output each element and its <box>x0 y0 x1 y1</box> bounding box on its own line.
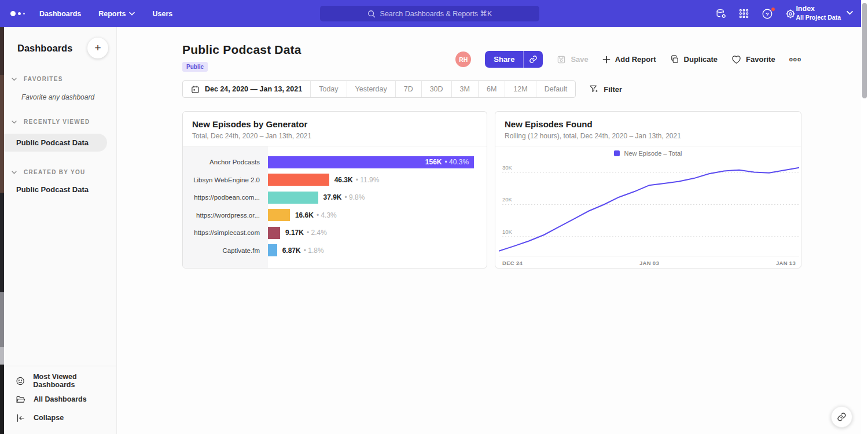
date-preset-button[interactable]: Default <box>536 81 576 97</box>
sidebar-item-public-podcast-data-created[interactable]: Public Podcast Data <box>16 185 116 194</box>
filter-icon <box>589 84 598 94</box>
search-input[interactable]: Search Dashboards & Reports ⌘K <box>320 6 539 21</box>
share-button-group: Share <box>485 51 543 68</box>
sidebar-section-favorites[interactable]: FAVORITES <box>4 76 116 82</box>
bar-row: https://wordpress.or...16.6K• 4.3% <box>183 207 487 225</box>
more-actions-button[interactable]: ooo <box>789 56 801 62</box>
chevron-down-icon <box>129 12 135 16</box>
collapse-sidebar-button[interactable]: Collapse <box>4 409 116 427</box>
page-title: Public Podcast Data <box>182 43 301 57</box>
main-content: Public Podcast Data Public RH Share Save <box>117 27 861 434</box>
line-chart-plot: 10K20K30K <box>499 160 799 256</box>
most-viewed-dashboards-link[interactable]: Most Viewed Dashboards <box>4 372 116 390</box>
bar[interactable] <box>268 174 329 186</box>
y-tick-label: 10K <box>502 229 513 235</box>
line-series[interactable] <box>499 168 799 251</box>
date-range-bar: Dec 24, 2020 — Jan 13, 2021 TodayYesterd… <box>182 80 576 98</box>
bar-value-label: 46.3K• 11.9% <box>334 174 380 186</box>
share-link-button[interactable] <box>523 51 543 68</box>
x-tick-label: DEC 24 <box>502 260 523 266</box>
project-name: Index <box>796 5 841 14</box>
line-chart-card: New Episodes Found Rolling (12 hours), t… <box>495 111 801 269</box>
favorite-button[interactable]: Favorite <box>731 55 775 64</box>
line-chart-svg: 10K20K30K <box>499 160 799 256</box>
line-chart-title: New Episodes Found <box>505 119 792 129</box>
help-icon[interactable]: ? <box>762 8 773 20</box>
duplicate-button[interactable]: Duplicate <box>670 55 718 64</box>
search-placeholder: Search Dashboards & Reports ⌘K <box>380 9 492 18</box>
date-preset-button[interactable]: 30D <box>422 81 452 97</box>
bar-value-label: 156K• 40.3% <box>425 156 469 168</box>
bar[interactable] <box>268 227 280 239</box>
share-button[interactable]: Share <box>485 51 523 68</box>
bar[interactable] <box>268 192 318 204</box>
scrollbar-track <box>861 0 868 434</box>
add-dashboard-button[interactable]: + <box>87 38 108 58</box>
svg-text:?: ? <box>766 10 769 17</box>
bar-category-label: https://simplecast.com <box>183 229 268 236</box>
duplicate-icon <box>670 55 679 64</box>
bar-track: 46.3K• 11.9% <box>268 174 487 186</box>
apps-grid-icon[interactable] <box>738 8 750 20</box>
date-preset-button[interactable]: 3M <box>452 81 479 97</box>
date-preset-button[interactable]: Yesterday <box>347 81 396 97</box>
smiley-icon <box>16 376 25 386</box>
plus-icon <box>602 56 610 64</box>
all-dashboards-link[interactable]: All Dashboards <box>4 390 116 409</box>
date-range-button[interactable]: Dec 24, 2020 — Jan 13, 2021 <box>183 81 311 97</box>
filter-button[interactable]: Filter <box>589 84 622 94</box>
bar-row: https://podbean.com...37.9K• 9.8% <box>183 189 487 207</box>
data-sources-icon[interactable] <box>715 8 727 20</box>
date-preset-button[interactable]: 12M <box>505 81 536 97</box>
sidebar-section-recently-viewed[interactable]: RECENTLY VIEWED <box>4 119 116 125</box>
bar-chart-title: New Episodes by Generator <box>192 119 477 129</box>
x-tick-label: JAN 03 <box>639 260 659 266</box>
bar[interactable] <box>268 244 277 256</box>
project-switcher[interactable]: Index All Project Data <box>796 5 853 21</box>
nav-users[interactable]: Users <box>152 10 172 18</box>
bar-value-label: 6.87K• 1.8% <box>282 244 324 256</box>
date-preset-button[interactable]: Today <box>311 81 347 97</box>
sidebar-item-public-podcast-data-recent[interactable]: Public Podcast Data <box>4 134 107 152</box>
bar[interactable] <box>268 209 290 221</box>
x-tick-label: JAN 13 <box>776 260 796 266</box>
line-chart-subtitle: Rolling (12 hours), total, Dec 24th, 202… <box>505 132 792 140</box>
bar-row: Captivate.fm6.87K• 1.8% <box>183 242 487 260</box>
avatar[interactable]: RH <box>455 52 471 67</box>
favorites-empty-note: Favorite any dashboard <box>21 93 116 101</box>
bar-chart-subtitle: Total, Dec 24th, 2020 – Jan 13th, 2021 <box>192 132 477 140</box>
calendar-icon <box>191 85 200 94</box>
chevron-down-icon <box>12 78 17 81</box>
search-icon <box>367 10 376 18</box>
add-report-button[interactable]: Add Report <box>602 55 656 64</box>
bar-row: Anchor Podcasts156K• 40.3% <box>183 153 487 171</box>
share-link-fab[interactable] <box>831 406 852 428</box>
date-preset-button[interactable]: 7D <box>396 81 422 97</box>
legend-label: New Episode – Total <box>624 150 682 157</box>
project-subtitle: All Project Data <box>796 14 841 21</box>
collapse-icon <box>16 414 25 422</box>
bar-value-label: 16.6K• 4.3% <box>295 209 337 221</box>
sidebar: Dashboards + FAVORITES Favorite any dash… <box>4 27 117 434</box>
nav-reports[interactable]: Reports <box>98 10 135 18</box>
x-axis-labels: DEC 24 JAN 03 JAN 13 <box>502 260 796 266</box>
nav-dashboards[interactable]: Dashboards <box>39 10 81 18</box>
bar-category-label: https://podbean.com... <box>183 194 268 201</box>
chevron-down-icon <box>12 120 17 124</box>
bar-track: 16.6K• 4.3% <box>268 209 487 221</box>
legend-swatch <box>614 150 620 156</box>
app-logo-icon[interactable] <box>10 11 34 16</box>
bar-category-label: Anchor Podcasts <box>183 159 268 165</box>
scrollbar-thumb[interactable] <box>862 3 867 98</box>
sidebar-section-created-by-you[interactable]: CREATED BY YOU <box>4 169 116 175</box>
y-tick-label: 20K <box>502 196 513 203</box>
chevron-down-icon <box>12 171 17 174</box>
y-tick-label: 30K <box>502 164 513 171</box>
settings-gear-icon[interactable] <box>785 8 796 20</box>
bar-chart: Anchor Podcasts156K• 40.3%Libsyn WebEngi… <box>183 146 487 269</box>
save-icon <box>557 55 566 64</box>
bar-category-label: https://wordpress.or... <box>183 212 268 219</box>
public-badge: Public <box>182 62 208 72</box>
save-button[interactable]: Save <box>557 55 588 64</box>
date-preset-button[interactable]: 6M <box>479 81 505 97</box>
